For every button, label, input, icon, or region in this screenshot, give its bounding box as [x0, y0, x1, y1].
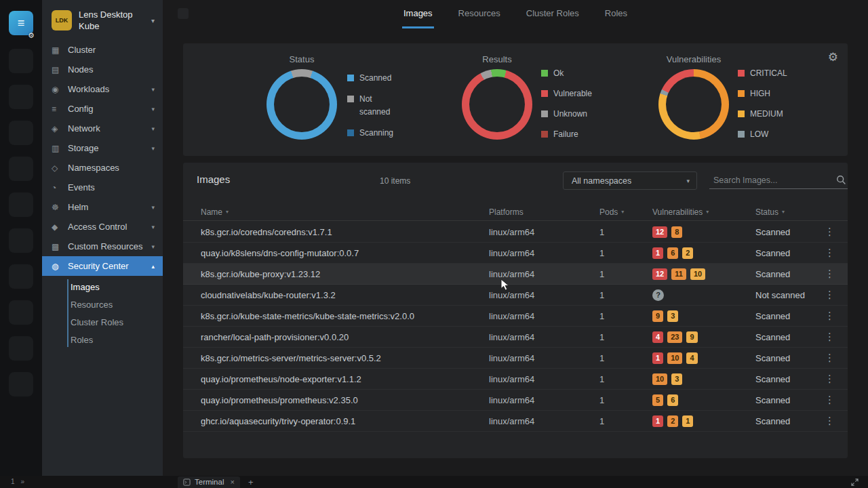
table-row[interactable]: k8s.gcr.io/coredns/coredns:v1.7.1linux/a… — [183, 222, 848, 243]
sidebar-item-helm[interactable]: ☸Helm▾ — [42, 197, 163, 217]
sidebar-item-label: Events — [68, 182, 155, 192]
column-header-pods[interactable]: Pods▾ — [599, 207, 652, 217]
table-row[interactable]: k8s.gcr.io/kube-proxy:v1.23.12linux/arm6… — [183, 264, 848, 285]
column-header-name[interactable]: Name▾ — [201, 207, 489, 217]
sidebar-item-security-center[interactable]: ◍Security Center▴ — [42, 256, 163, 276]
vulnerability-badges: 93 — [652, 310, 755, 322]
sidebar-item-events[interactable]: ◔Events — [42, 178, 163, 197]
topbar-placeholder-icon — [178, 8, 189, 19]
preferences-gear-icon[interactable]: ⚙ — [28, 31, 35, 40]
chevron-up-icon: ▴ — [151, 263, 155, 270]
sidebar-item-storage[interactable]: ▥Storage▾ — [42, 138, 163, 158]
expand-terminal-icon[interactable] — [851, 479, 859, 486]
row-menu-button[interactable]: ⋮ — [823, 394, 836, 406]
table-row[interactable]: quay.io/prometheus/node-exporter:v1.1.2l… — [183, 369, 848, 390]
legend-item: MEDIUM — [738, 108, 812, 121]
legend-swatch — [541, 90, 548, 97]
image-pods: 1 — [599, 269, 652, 279]
image-platform: linux/arm64 — [489, 311, 599, 321]
chevron-down-icon: ▾ — [151, 243, 155, 250]
row-menu-button[interactable]: ⋮ — [823, 289, 836, 301]
row-menu-button[interactable]: ⋮ — [823, 310, 836, 322]
legend-swatch — [541, 70, 548, 77]
sidebar-subitem-images[interactable]: Images — [42, 278, 163, 296]
sidebar-item-access-control[interactable]: ◆Access Control▾ — [42, 217, 163, 237]
legend-label: LOW — [750, 128, 768, 141]
image-name: cloudnativelabs/kube-router:v1.3.2 — [201, 290, 489, 300]
add-terminal-button[interactable]: + — [248, 477, 254, 487]
sidebar-subitem-resources[interactable]: Resources — [42, 296, 163, 313]
medium-count-badge: 10 — [690, 268, 705, 280]
table-row[interactable]: k8s.gcr.io/kube-state-metrics/kube-state… — [183, 306, 848, 327]
chevron-down-icon: ▾ — [151, 17, 155, 24]
rail-placeholder — [9, 121, 33, 145]
row-menu-button[interactable]: ⋮ — [823, 226, 836, 238]
terminal-tab[interactable]: Terminal × — [178, 476, 240, 488]
sort-arrow-icon: ▾ — [782, 209, 785, 215]
sidebar-item-workloads[interactable]: ◉Workloads▾ — [42, 79, 163, 99]
sidebar-subitem-cluster-roles[interactable]: Cluster Roles — [42, 313, 163, 331]
hotbar-switcher[interactable]: 1 » — [11, 478, 24, 485]
tab-cluster-roles[interactable]: Cluster Roles — [525, 0, 580, 28]
terminal-bar: Terminal × + — [163, 476, 868, 488]
sidebar-item-namespaces[interactable]: ◇Namespaces — [42, 158, 163, 178]
results-legend: OkVulnerableUnknownFailure — [541, 67, 616, 148]
table-row[interactable]: ghcr.io/aquasecurity/trivy-operator:0.9.… — [183, 411, 848, 432]
legend-item: Scanning — [347, 127, 395, 140]
row-menu-button[interactable]: ⋮ — [823, 331, 836, 343]
column-header-status[interactable]: Status▾ — [755, 207, 823, 217]
sidebar-item-label: Network — [68, 123, 151, 134]
table-row[interactable]: quay.io/k8slens/dns-config-mutator:0.0.7… — [183, 243, 848, 264]
items-count: 10 items — [380, 176, 410, 186]
hotbar-next-icon[interactable]: » — [21, 478, 25, 485]
tab-images[interactable]: Images — [402, 0, 434, 28]
legend-swatch — [738, 131, 745, 138]
gear-icon[interactable]: ⚙ — [828, 50, 838, 64]
high-count-badge: 9 — [652, 310, 663, 322]
network-icon: ◈ — [52, 124, 68, 134]
close-icon[interactable]: × — [230, 478, 234, 486]
sidebar-item-network[interactable]: ◈Network▾ — [42, 119, 163, 138]
table-row[interactable]: quay.io/prometheus/prometheus:v2.35.0lin… — [183, 390, 848, 411]
sidebar-subitem-roles[interactable]: Roles — [42, 331, 163, 348]
row-menu-button[interactable]: ⋮ — [823, 373, 836, 385]
rail-placeholder — [9, 85, 33, 109]
chevron-down-icon: ▾ — [151, 106, 155, 113]
medium-count-badge: 2 — [682, 247, 693, 259]
tab-resources[interactable]: Resources — [457, 0, 502, 28]
table-row[interactable]: k8s.gcr.io/metrics-server/metrics-server… — [183, 348, 848, 369]
search-input[interactable] — [709, 176, 836, 185]
chevron-down-icon: ▾ — [686, 178, 690, 184]
vulnerability-badges: 103 — [652, 373, 755, 385]
chevron-down-icon: ▾ — [151, 125, 155, 132]
namespace-select-value: All namespaces — [572, 176, 631, 186]
sidebar-item-cluster[interactable]: ▦Cluster — [42, 40, 163, 60]
sidebar-item-custom-resources[interactable]: ▩Custom Resources▾ — [42, 237, 163, 256]
chart-title-results: Results — [443, 54, 551, 64]
images-table-body: k8s.gcr.io/coredns/coredns:v1.7.1linux/a… — [183, 222, 848, 432]
cluster-name: Lens Desktop Kube — [79, 9, 144, 32]
status-donut-chart — [267, 69, 337, 140]
image-status: Scanned — [755, 395, 823, 405]
tab-roles[interactable]: Roles — [604, 0, 629, 28]
row-menu-button[interactable]: ⋮ — [823, 415, 836, 427]
table-row[interactable]: cloudnativelabs/kube-router:v1.3.2linux/… — [183, 285, 848, 306]
legend-label: Vulnerable — [553, 87, 592, 100]
sidebar-item-label: Nodes — [68, 64, 155, 75]
critical-count-badge: 1 — [652, 415, 663, 427]
sidebar-item-config[interactable]: ≡Config▾ — [42, 99, 163, 119]
high-count-badge: 6 — [667, 247, 678, 259]
legend-label: Failure — [553, 128, 578, 141]
critical-count-badge: 12 — [652, 226, 667, 238]
row-menu-button[interactable]: ⋮ — [823, 352, 836, 364]
column-header-vulnerabilities[interactable]: Vulnerabilities▾ — [652, 207, 755, 217]
image-name: ghcr.io/aquasecurity/trivy-operator:0.9.… — [201, 416, 489, 426]
row-menu-button[interactable]: ⋮ — [823, 268, 836, 280]
sidebar-item-nodes[interactable]: ▤Nodes — [42, 60, 163, 79]
row-menu-button[interactable]: ⋮ — [823, 247, 836, 259]
legend-item: LOW — [738, 128, 812, 141]
table-row[interactable]: rancher/local-path-provisioner:v0.0.20li… — [183, 327, 848, 348]
search-icon[interactable] — [836, 175, 846, 185]
namespace-select[interactable]: All namespaces ▾ — [563, 171, 697, 190]
cluster-switcher[interactable]: LDK Lens Desktop Kube ▾ — [42, 0, 163, 40]
